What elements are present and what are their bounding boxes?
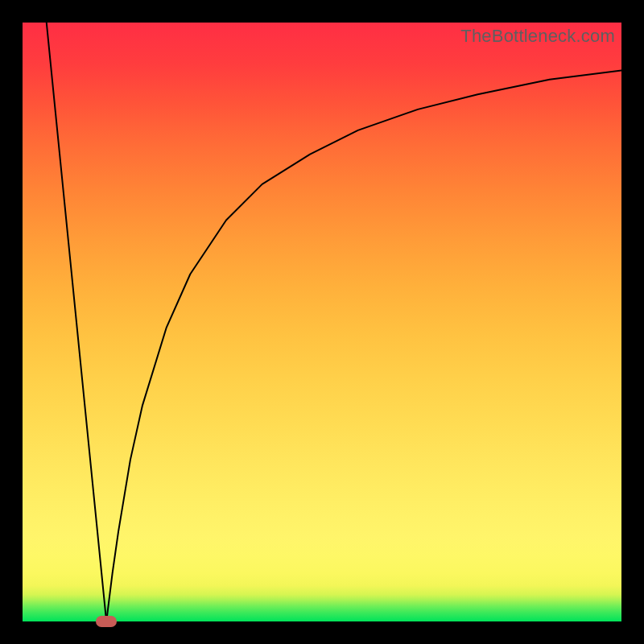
chart-frame: TheBottleneck.com — [0, 0, 644, 644]
optimum-marker — [96, 616, 117, 627]
curve-left-branch — [47, 23, 106, 621]
plot-area: TheBottleneck.com — [23, 23, 621, 621]
watermark-text: TheBottleneck.com — [460, 26, 615, 47]
curve-layer — [23, 23, 621, 621]
curve-right-branch — [106, 71, 621, 621]
